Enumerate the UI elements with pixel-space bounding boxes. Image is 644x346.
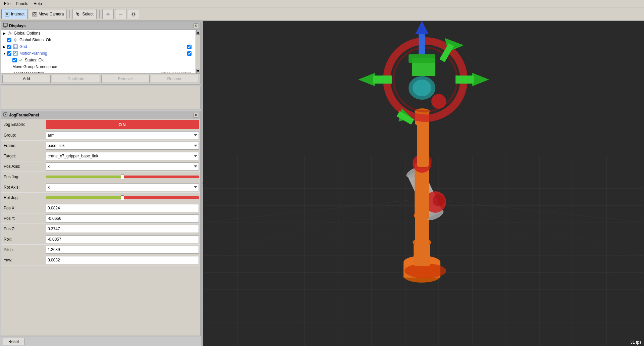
tool-btn-1[interactable] (102, 9, 114, 19)
svg-rect-69 (415, 165, 429, 219)
tree-item-robot-desc[interactable]: Robot Description robot_description (1, 70, 196, 73)
motion-visible-checkbox[interactable] (187, 51, 192, 56)
empty-panel-area (1, 86, 201, 109)
scrollbar-displays[interactable]: ▲ ▼ (196, 30, 200, 73)
minus-icon (118, 11, 123, 17)
tree-item-global-options[interactable]: ▶ Global Options (1, 30, 196, 37)
rot-axis-select[interactable]: x (46, 183, 199, 191)
pos-z-input[interactable] (46, 225, 199, 233)
toolbar-sep-1 (69, 10, 70, 18)
pos-y-input[interactable] (46, 214, 199, 223)
rot-jog-slider (45, 193, 200, 203)
jog-enable-value: ON (45, 119, 200, 130)
check-cell-motion (184, 51, 194, 56)
interact-icon (4, 11, 10, 17)
displays-tree: ▶ Global Options ▶ Glob (1, 30, 196, 73)
pos-x-label: Pos X: (1, 203, 45, 213)
grid-icon (13, 44, 18, 49)
svg-point-68 (433, 194, 445, 206)
bottom-bar: Reset (0, 337, 201, 346)
pos-jog-thumb[interactable] (121, 175, 124, 179)
checkbox-global-status[interactable] (7, 38, 11, 42)
settings-icon (131, 11, 136, 17)
tool-btn-2[interactable] (115, 9, 126, 19)
svg-marker-5 (76, 12, 80, 16)
jog-panel-header: JogFramePanel × (1, 111, 200, 119)
check-icon-status (18, 57, 23, 63)
expand-move-group (8, 65, 12, 69)
tree-label-global-status: Global Status: Ok (19, 38, 184, 42)
motion-icon (13, 51, 18, 56)
pitch-input[interactable] (46, 246, 199, 254)
roll-label: Roll: (1, 234, 45, 245)
displays-title: Displays (9, 23, 25, 28)
rot-jog-thumb[interactable] (121, 195, 124, 200)
displays-section: Displays × ▶ Global Options (1, 21, 201, 85)
frame-select[interactable]: base_link (46, 142, 199, 150)
menu-panels[interactable]: Panels (13, 1, 31, 7)
roll-value (45, 234, 200, 245)
viewport[interactable]: 31 fps (203, 21, 644, 346)
tree-item-status-ok[interactable]: ▶ Status: Ok (1, 57, 196, 63)
target-label: Target: (1, 151, 45, 161)
rot-axis-value: x (45, 182, 200, 193)
svg-rect-4 (34, 12, 36, 13)
svg-point-92 (431, 94, 446, 109)
scroll-up-btn[interactable]: ▲ (196, 30, 200, 35)
svg-point-91 (413, 80, 431, 96)
menu-file[interactable]: File (1, 1, 13, 7)
pitch-value (45, 245, 200, 255)
svg-point-10 (132, 13, 135, 15)
rot-jog-track-left (46, 196, 122, 199)
expand-robot-desc (8, 71, 12, 73)
tree-value-robot-desc: robot_description (161, 71, 192, 73)
remove-button[interactable]: Remove (101, 75, 150, 83)
svg-rect-81 (455, 76, 474, 84)
tree-item-move-group[interactable]: Move Group Namespace (1, 63, 196, 70)
reset-button[interactable]: Reset (3, 338, 24, 345)
jog-panel-icon (3, 112, 8, 118)
interact-button[interactable]: Interact (1, 9, 28, 19)
checkbox-status-ok[interactable] (12, 58, 17, 62)
move-camera-label: Move Camera (39, 12, 64, 16)
roll-input[interactable] (46, 235, 199, 243)
move-camera-button[interactable]: Move Camera (29, 9, 67, 19)
rot-jog-track-right (122, 196, 199, 199)
rot-jog-slider-container[interactable] (46, 194, 199, 202)
yaw-label: Yaw: (1, 255, 45, 265)
jog-enable-toggle[interactable]: ON (46, 120, 199, 129)
jog-panel-close[interactable]: × (194, 113, 198, 117)
group-select[interactable]: arm (46, 131, 199, 139)
check-cell-grid (184, 45, 194, 49)
displays-close[interactable]: × (194, 23, 198, 28)
rename-button[interactable]: Rename (151, 75, 199, 83)
tree-item-global-status[interactable]: ▶ Global Status: Ok (1, 37, 196, 43)
menu-help[interactable]: Help (31, 1, 45, 7)
grid-visible-checkbox[interactable] (187, 45, 192, 49)
checkbox-grid[interactable] (7, 45, 11, 49)
tool-btn-3[interactable] (128, 9, 139, 19)
yaw-input[interactable] (46, 256, 199, 264)
svg-point-15 (15, 39, 16, 41)
pos-jog-slider-container[interactable] (46, 173, 199, 181)
pos-x-input[interactable] (46, 204, 199, 212)
scroll-down-btn[interactable]: ▼ (196, 69, 200, 73)
duplicate-button[interactable]: Duplicate (52, 75, 100, 83)
rot-jog-label: Rot Jog: (1, 193, 45, 203)
expand-motion[interactable]: ▼ (2, 51, 6, 55)
fps-display: 31 fps (630, 340, 641, 345)
tree-label-global-options: Global Options (14, 31, 184, 36)
tree-item-motion-planning[interactable]: ▼ MotionPlanning (1, 50, 196, 57)
target-select[interactable]: crane_x7_gripper_base_link (46, 152, 199, 160)
select-button[interactable]: Select (72, 9, 96, 19)
crosshair-icon (105, 11, 111, 17)
add-button[interactable]: Add (2, 75, 51, 83)
menu-bar: File Panels Help (0, 0, 644, 7)
expand-grid[interactable]: ▶ (2, 45, 6, 49)
pos-axis-select[interactable]: x (46, 162, 199, 170)
expand-global-options[interactable]: ▶ (2, 31, 6, 35)
tree-item-grid[interactable]: ▶ Grid (1, 43, 196, 50)
toolbar-sep-2 (99, 10, 100, 18)
checkbox-motion[interactable] (7, 51, 11, 56)
svg-rect-89 (409, 54, 435, 63)
